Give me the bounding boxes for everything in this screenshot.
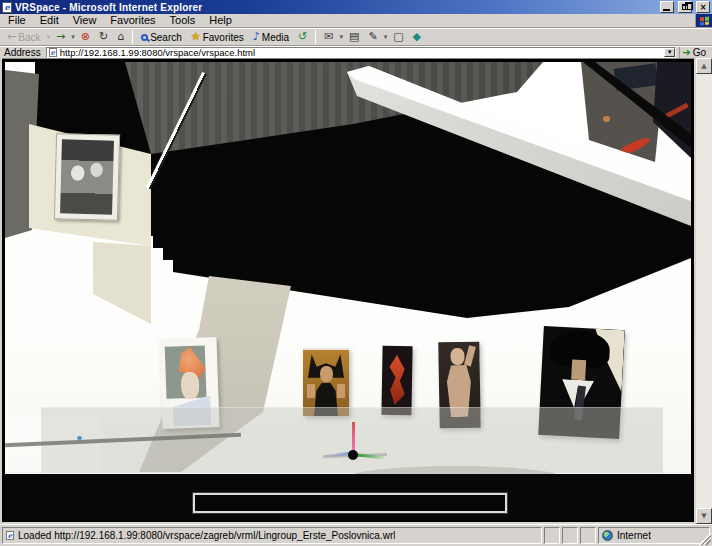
edit-button[interactable]: ✎ <box>364 29 381 45</box>
pale-face <box>181 372 200 400</box>
vertical-scrollbar[interactable]: ▲ ▼ <box>696 58 712 524</box>
corner-red-streak <box>665 103 689 119</box>
face <box>571 359 586 380</box>
vrml-viewport[interactable] <box>2 58 694 522</box>
search-icon <box>141 34 148 41</box>
address-url[interactable]: http://192.168.1.99:8080/vrspace/vrspace… <box>60 47 662 58</box>
menu-bar: File Edit View Favorites Tools Help <box>0 14 712 28</box>
zone-label: Internet <box>617 530 651 541</box>
forward-dropdown-icon[interactable]: ▾ <box>70 33 76 41</box>
address-label: Address <box>2 47 43 58</box>
status-text: Loaded http://192.168.1.99:8080/vrspace/… <box>18 530 395 541</box>
media-icon: ♪ <box>253 30 260 44</box>
refresh-button[interactable]: ↻ <box>95 29 112 45</box>
status-pane-empty <box>580 527 596 544</box>
mail-button[interactable]: ✉ <box>320 29 337 45</box>
head <box>450 348 464 365</box>
menu-tools[interactable]: Tools <box>163 14 203 27</box>
close-button[interactable]: × <box>696 1 710 13</box>
status-page-icon: e <box>6 531 14 540</box>
avatar-axis-gizmo <box>323 422 387 470</box>
favorites-button[interactable]: ★ Favorites <box>187 29 248 45</box>
forward-icon: → <box>56 30 65 44</box>
menu-help[interactable]: Help <box>202 14 239 27</box>
face <box>320 366 333 382</box>
mail-icon: ✉ <box>324 30 333 44</box>
print-icon: ▤ <box>349 30 359 44</box>
orange-dot <box>603 116 610 122</box>
toolbar-separator <box>315 30 316 44</box>
messenger-icon: ◆ <box>413 30 421 44</box>
favorites-label: Favorites <box>203 32 244 43</box>
go-button[interactable]: ➜ Go <box>679 47 710 58</box>
media-button[interactable]: ♪ Media <box>249 29 293 45</box>
internet-globe-icon <box>602 530 613 541</box>
blue-marker-dot <box>77 436 82 440</box>
status-zone-pane: Internet <box>598 527 710 544</box>
scroll-down-button[interactable]: ▼ <box>696 508 712 524</box>
go-label: Go <box>693 47 706 58</box>
back-button[interactable]: ← Back <box>3 29 44 45</box>
raised-arm <box>464 345 476 366</box>
photo-image <box>60 139 114 214</box>
toolbar-separator <box>132 30 133 44</box>
painting-woman-horn-buns <box>303 348 349 416</box>
restore-button[interactable] <box>678 1 692 13</box>
standard-toolbar: ← Back ▾ → ▾ ⊗ ↻ ⌂ Search ★ Favorites ♪ … <box>0 28 712 46</box>
history-icon: ↺ <box>298 30 307 44</box>
address-bar: Address e http://192.168.1.99:8080/vrspa… <box>0 46 712 58</box>
edit-dropdown-icon[interactable]: ▾ <box>383 33 389 41</box>
status-pane-main: e Loaded http://192.168.1.99:8080/vrspac… <box>2 527 542 544</box>
menu-favorites[interactable]: Favorites <box>103 14 162 27</box>
search-label: Search <box>150 32 182 43</box>
axis-center-dot <box>348 450 358 460</box>
go-arrow-icon: ➜ <box>682 48 690 58</box>
windows-flag-icon <box>700 16 709 25</box>
menu-file[interactable]: File <box>1 14 33 27</box>
back-label: Back <box>18 32 40 43</box>
messenger-button[interactable]: ◆ <box>409 29 425 45</box>
painting-framed-photo-two-people <box>54 133 120 221</box>
back-icon: ← <box>7 30 16 44</box>
address-field[interactable]: e http://192.168.1.99:8080/vrspace/vrspa… <box>46 47 677 58</box>
history-button[interactable]: ↺ <box>294 29 311 45</box>
shoulder <box>337 384 345 398</box>
painting-red-figure-abstract <box>381 346 412 416</box>
page-icon: e <box>49 48 57 57</box>
red-brush-stroke <box>617 135 652 158</box>
discuss-button[interactable]: ▢ <box>389 29 407 45</box>
refresh-icon: ↻ <box>99 30 108 44</box>
menu-view[interactable]: View <box>66 14 104 27</box>
page-content: ▲ ▼ <box>0 58 712 524</box>
status-pane-empty <box>544 527 560 544</box>
favorites-icon: ★ <box>191 30 201 44</box>
ie-throbber <box>695 14 712 27</box>
scroll-up-button[interactable]: ▲ <box>696 58 712 74</box>
ie-app-icon: e <box>2 2 12 13</box>
home-button[interactable]: ⌂ <box>113 29 128 45</box>
stop-icon: ⊗ <box>81 30 90 44</box>
status-pane-empty <box>562 527 578 544</box>
scene-chat-input[interactable] <box>193 493 507 513</box>
back-dropdown-icon[interactable]: ▾ <box>45 33 51 41</box>
status-bar: e Loaded http://192.168.1.99:8080/vrspac… <box>0 524 712 546</box>
red-figure <box>387 355 407 405</box>
forward-button[interactable]: → <box>52 29 69 45</box>
search-button[interactable]: Search <box>137 29 186 45</box>
home-icon: ⌂ <box>117 30 124 44</box>
browser-window: e VRSpace - Microsoft Internet Explorer … <box>0 0 712 546</box>
stop-button[interactable]: ⊗ <box>77 29 94 45</box>
minimize-icon <box>663 9 670 11</box>
print-button[interactable]: ▤ <box>345 29 363 45</box>
discuss-icon: ▢ <box>393 30 403 44</box>
title-bar: e VRSpace - Microsoft Internet Explorer … <box>0 0 712 14</box>
resize-grip[interactable] <box>699 533 711 545</box>
mail-dropdown-icon[interactable]: ▾ <box>339 33 345 41</box>
shoulder <box>307 384 315 398</box>
media-label: Media <box>262 32 289 43</box>
gallery-3d-scene <box>5 62 691 520</box>
edit-icon: ✎ <box>368 30 377 44</box>
address-dropdown-button[interactable]: ▼ <box>664 48 675 57</box>
menu-edit[interactable]: Edit <box>33 14 66 27</box>
minimize-button[interactable] <box>660 1 674 13</box>
